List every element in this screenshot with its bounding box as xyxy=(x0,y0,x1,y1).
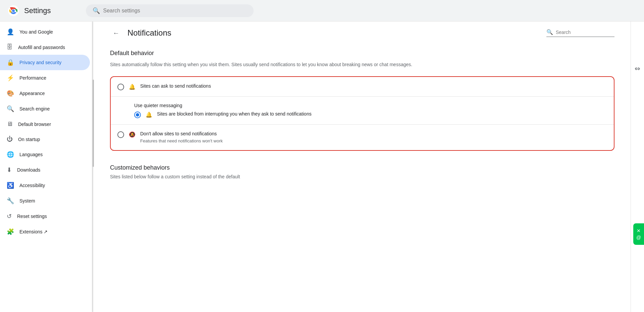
topbar: Settings 🔍 xyxy=(0,0,644,21)
sidebar-item-search-engine[interactable]: 🔍 Search engine xyxy=(0,101,90,117)
sidebar-label-downloads: Downloads xyxy=(17,167,40,173)
default-behavior-desc: Sites automatically follow this setting … xyxy=(110,61,614,68)
sidebar-icon-system: 🔧 xyxy=(7,197,14,205)
drag-handle[interactable]: ⇔ xyxy=(635,64,640,73)
sidebar-item-autofill[interactable]: 🗄 Autofill and passwords xyxy=(0,40,90,55)
bell-icon-2: 🔔 xyxy=(146,112,152,118)
page-title: Settings xyxy=(24,6,51,15)
option-label-2: Sites are blocked from interrupting you … xyxy=(157,111,607,118)
svg-point-2 xyxy=(12,9,15,12)
radio-dont-allow[interactable] xyxy=(117,131,124,138)
default-behavior-title: Default behavior xyxy=(110,50,614,57)
sidebar-label-reset-settings: Reset settings xyxy=(17,214,47,219)
option-sublabel-3: Features that need notifications won't w… xyxy=(140,138,607,144)
sidebar-icon-appearance: 🎨 xyxy=(7,90,14,97)
sidebar-item-on-startup[interactable]: ⏻ On startup xyxy=(0,132,90,147)
customized-desc: Sites listed below follow a custom setti… xyxy=(110,174,614,179)
chrome-logo xyxy=(8,5,19,16)
search-bar[interactable]: 🔍 xyxy=(86,4,254,17)
side-badge-icon-2: @ xyxy=(636,235,641,240)
option-text-2: Sites are blocked from interrupting you … xyxy=(157,111,607,118)
sidebar-label-search-engine: Search engine xyxy=(19,106,50,112)
sidebar-label-autofill: Autofill and passwords xyxy=(18,45,65,50)
sidebar: 👤 You and Google🗄 Autofill and passwords… xyxy=(0,21,94,312)
sidebar-icon-languages: 🌐 xyxy=(7,151,14,158)
search-icon: 🔍 xyxy=(93,7,100,14)
option-label-1: Sites can ask to send notifications xyxy=(140,83,607,90)
sidebar-item-default-browser[interactable]: 🖥 Default browser xyxy=(0,117,90,132)
side-badge-icon-1: ✕ xyxy=(637,228,641,233)
title-row: ← Notifications xyxy=(110,27,171,39)
sidebar-icon-privacy: 🔒 xyxy=(7,59,14,66)
sidebar-item-you-and-google[interactable]: 👤 You and Google xyxy=(0,24,90,40)
sidebar-label-system: System xyxy=(19,198,35,204)
back-button[interactable]: ← xyxy=(110,27,122,39)
sidebar-item-downloads[interactable]: ⬇ Downloads xyxy=(0,162,90,178)
radio-quieter[interactable] xyxy=(134,112,141,118)
sidebar-label-languages: Languages xyxy=(19,152,43,157)
main-layout: 👤 You and Google🗄 Autofill and passwords… xyxy=(0,21,644,312)
search-input[interactable] xyxy=(103,8,247,14)
side-badge[interactable]: ✕ @ xyxy=(633,223,644,245)
bell-muted-icon: 🔕 xyxy=(129,131,136,138)
sidebar-icon-autofill: 🗄 xyxy=(7,44,13,51)
option-quieter[interactable]: Use quieter messaging 🔔 Sites are blocke… xyxy=(111,97,614,125)
sidebar-item-extensions[interactable]: 🧩 Extensions ↗ xyxy=(0,224,90,239)
sidebar-item-reset-settings[interactable]: ↺ Reset settings xyxy=(0,209,90,224)
right-panel: ⇔ ✕ @ xyxy=(631,21,644,312)
sidebar-icon-search-engine: 🔍 xyxy=(7,105,14,113)
back-icon: ← xyxy=(113,29,119,37)
sidebar-icon-downloads: ⬇ xyxy=(7,166,12,174)
notifications-search-input[interactable] xyxy=(556,30,614,35)
sidebar-item-performance[interactable]: ⚡ Performance xyxy=(0,70,90,86)
sidebar-item-system[interactable]: 🔧 System xyxy=(0,193,90,209)
sidebar-item-appearance[interactable]: 🎨 Appearance xyxy=(0,86,90,101)
notifications-header: ← Notifications 🔍 xyxy=(94,21,631,42)
sidebar-icon-reset-settings: ↺ xyxy=(7,213,12,220)
sidebar-label-default-browser: Default browser xyxy=(18,122,51,127)
sidebar-icon-on-startup: ⏻ xyxy=(7,136,13,143)
sidebar-icon-accessibility: ♿ xyxy=(7,182,14,189)
option-label-3: Don't allow sites to send notifications xyxy=(140,131,607,137)
content-area: ← Notifications 🔍 Default behavior Sites… xyxy=(94,21,631,312)
sidebar-item-languages[interactable]: 🌐 Languages xyxy=(0,147,90,162)
sidebar-icon-performance: ⚡ xyxy=(7,74,14,82)
notifications-search[interactable]: 🔍 xyxy=(546,29,614,37)
sidebar-label-you-and-google: You and Google xyxy=(19,29,53,35)
radio-sites-can-ask[interactable] xyxy=(117,84,124,90)
option-text-3: Don't allow sites to send notifications … xyxy=(140,131,607,144)
sidebar-label-on-startup: On startup xyxy=(18,137,40,142)
sidebar-icon-extensions: 🧩 xyxy=(7,228,14,235)
sidebar-icon-you-and-google: 👤 xyxy=(7,28,14,36)
option-sites-can-ask[interactable]: 🔔 Sites can ask to send notifications xyxy=(111,77,614,97)
customized-section: Customized behaviors Sites listed below … xyxy=(94,159,631,185)
sidebar-label-appearance: Appearance xyxy=(19,91,45,96)
sidebar-item-privacy[interactable]: 🔒 Privacy and security xyxy=(0,55,90,70)
sidebar-label-privacy: Privacy and security xyxy=(19,60,61,65)
options-box: 🔔 Sites can ask to send notifications Us… xyxy=(110,76,614,151)
customized-title: Customized behaviors xyxy=(110,164,614,171)
quiet-title: Use quieter messaging xyxy=(134,103,607,108)
option-dont-allow[interactable]: 🔕 Don't allow sites to send notification… xyxy=(111,125,614,150)
sidebar-label-performance: Performance xyxy=(19,75,46,81)
sidebar-label-accessibility: Accessibility xyxy=(19,183,45,188)
sidebar-icon-default-browser: 🖥 xyxy=(7,121,13,128)
option-text-1: Sites can ask to send notifications xyxy=(140,83,607,90)
sidebar-scrollbar[interactable] xyxy=(92,21,94,312)
sidebar-item-accessibility[interactable]: ♿ Accessibility xyxy=(0,178,90,193)
bell-icon-1: 🔔 xyxy=(129,84,136,90)
default-behavior-section: Default behavior Sites automatically fol… xyxy=(94,42,631,159)
notifications-title: Notifications xyxy=(127,28,171,38)
sidebar-label-extensions: Extensions ↗ xyxy=(19,229,48,234)
search-icon-small: 🔍 xyxy=(546,29,553,35)
